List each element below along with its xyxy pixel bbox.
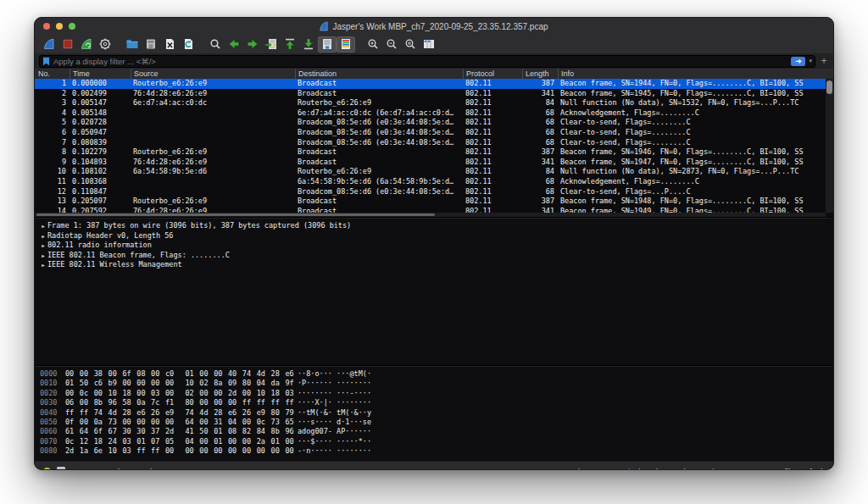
go-first-button[interactable] [281,36,299,53]
status-profile[interactable]: Profile: Default [772,467,825,471]
add-filter-button[interactable]: + [819,55,829,67]
display-filter-field[interactable]: ➜ ▾ [39,55,815,68]
hex-offset: 0060 [40,427,57,436]
packet-row[interactable]: 40.0051486e:d7:a4:ac:c0:dc (6e:d7:a4:ac:… [35,108,826,119]
hex-bytes[interactable]: 00 0c 00 10 18 00 03 00 02 00 00 2d 00 1… [65,389,294,398]
hex-ascii[interactable]: -·n····· ········ [298,446,371,456]
apply-filter-button[interactable]: ➜ [791,57,805,66]
display-filter-input[interactable] [53,57,787,66]
go-to-packet-button[interactable] [262,36,281,53]
zoom-in-button[interactable] [364,36,382,53]
hex-row[interactable]: 000000 00 38 00 6f 08 00 c0 01 00 00 40 … [35,369,833,379]
save-file-button[interactable] [142,36,160,53]
column-header-length[interactable]: Length [522,69,558,79]
detail-row[interactable]: ▶IEEE 802.11 Beacon frame, Flags: ......… [35,251,833,261]
cell-length: 84 [522,167,558,177]
packet-row[interactable]: 80.102279Routerbo_e6:26:e9Broadcast802.1… [35,147,826,158]
resize-columns-button[interactable] [420,36,438,53]
detail-row[interactable]: ▶Radiotap Header v0, Length 56 [35,231,833,241]
stop-capture-button[interactable] [58,36,77,53]
hex-bytes[interactable]: 2d 1a 6e 10 03 ff ff 00 00 00 00 00 00 0… [65,446,294,456]
go-forward-button[interactable] [243,36,262,53]
zoom-out-button[interactable] [382,36,401,53]
hex-ascii[interactable]: ·P······ ········ [298,379,371,388]
vertical-scrollbar[interactable] [826,79,833,213]
column-header-source[interactable]: Source [131,69,295,79]
hex-row[interactable]: 003006 00 8b 96 58 0a 7c f1 80 00 00 00 … [35,398,833,407]
hex-bytes[interactable]: 61 64 6f 67 30 30 37 2d 41 50 01 08 82 8… [65,427,294,436]
hex-bytes[interactable]: 0c 12 18 24 03 01 07 05 04 00 01 00 00 2… [65,437,294,446]
hex-row[interactable]: 001001 50 c6 b9 00 00 00 00 10 02 8a 09 … [35,379,833,388]
packet-row[interactable]: 70.080839Broadcom_08:5e:d6 (e0:3e:44:08:… [35,138,826,148]
column-header-info[interactable]: Info [558,69,833,79]
hex-ascii[interactable]: ····X·|· ········ [298,398,371,407]
column-header-protocol[interactable]: Protocol [463,69,522,79]
hex-ascii[interactable]: ··8·o··· ···@tM(· [298,369,371,379]
packet-row[interactable]: 20.00249976:4d:28:e6:26:e9Broadcast802.1… [35,89,826,99]
horizontal-scrollbar[interactable] [35,213,826,217]
column-header-destination[interactable]: Destination [295,69,463,79]
hex-ascii[interactable]: ··tM(·&· tM(·&··y [298,408,371,418]
packet-row[interactable]: 110.1083686a:54:58:9b:5e:d6 (6a:54:58:9b… [35,177,826,187]
hex-row[interactable]: 00500f 00 0a 73 00 00 00 00 64 00 31 04 … [35,418,833,427]
packet-row[interactable]: 90.10489376:4d:28:e6:26:e9Broadcast802.1… [35,158,826,168]
cell-info: Acknowledgement, Flags=........C [558,108,826,119]
packet-row[interactable]: 60.050947Broadcom_08:5e:d6 (e0:3e:44:08:… [35,128,826,138]
zoom-reset-button[interactable] [401,36,420,53]
expander-icon[interactable]: ▶ [39,260,47,270]
hex-ascii[interactable]: ···$···· ·····*·· [298,437,371,446]
expander-icon[interactable]: ▶ [39,251,47,261]
filter-dropdown-caret-icon[interactable]: ▾ [809,58,812,64]
reload-file-button[interactable] [179,36,198,53]
hex-row[interactable]: 00700c 12 18 24 03 01 07 05 04 00 01 00 … [35,437,833,446]
hex-bytes[interactable]: 06 00 8b 96 58 0a 7c f1 80 00 00 00 ff f… [65,398,294,407]
hex-bytes[interactable]: ff ff 74 4d 28 e6 26 e9 74 4d 28 e6 26 e… [65,408,294,418]
hex-ascii[interactable]: adog007- AP······ [298,427,371,436]
detail-row[interactable]: ▶IEEE 802.11 Wireless Management [35,260,833,270]
column-header-no[interactable]: No. [35,69,70,79]
auto-scroll-icon [320,37,334,51]
capture-comment-icon[interactable] [57,467,65,470]
hex-ascii[interactable]: ···s···· d·1···se [298,418,371,427]
go-first-icon [283,37,297,51]
colorize-packets-icon [339,37,353,51]
hex-row[interactable]: 006061 64 6f 67 30 30 37 2d 41 50 01 08 … [35,427,833,436]
colorize-packets-button[interactable] [337,36,355,53]
cell-time: 0.002499 [70,89,131,99]
expander-icon[interactable]: ▶ [39,221,47,231]
packet-row[interactable]: 10.000000Routerbo_e6:26:e9Broadcast802.1… [35,79,826,89]
hex-ascii[interactable]: ········ ···-···· [298,389,371,398]
start-capture-button[interactable] [40,36,58,53]
packet-row[interactable]: 130.205097Routerbo_e6:26:e9Broadcast802.… [35,197,826,207]
packet-row[interactable]: 50.020728Broadcom_08:5e:d6 (e0:3e:44:08:… [35,118,826,128]
go-last-button[interactable] [299,36,318,53]
hex-offset: 0070 [40,437,57,446]
packet-row[interactable]: 100.1081026a:54:58:9b:5e:d6Routerbo_e6:2… [35,167,826,177]
vertical-scrollbar-thumb[interactable] [826,80,832,94]
expander-icon[interactable]: ▶ [39,241,47,251]
expander-icon[interactable]: ▶ [39,231,47,241]
horizontal-scrollbar-thumb[interactable] [36,213,435,216]
find-packet-button[interactable] [206,36,225,53]
expert-info-icon[interactable] [43,468,51,471]
capture-options-button[interactable] [96,36,114,53]
hex-bytes[interactable]: 0f 00 0a 73 00 00 00 00 64 00 31 04 00 0… [65,418,294,427]
hex-bytes[interactable]: 00 00 38 00 6f 08 00 c0 01 00 00 40 74 4… [65,369,294,379]
detail-row[interactable]: ▶Frame 1: 387 bytes on wire (3096 bits),… [35,221,833,231]
packet-row[interactable]: 120.110847Broadcom_08:5e:d6 (e0:3e:44:08… [35,187,826,197]
open-file-button[interactable] [123,36,142,53]
filter-bookmark-icon[interactable] [42,57,50,66]
wireshark-window: Jasper's Work MBP_ch7_2020-09-25_23.35.1… [34,17,834,470]
close-file-button[interactable] [160,36,179,53]
restart-capture-button[interactable] [77,36,96,53]
column-header-time[interactable]: Time [70,69,131,79]
hex-row[interactable]: 00802d 1a 6e 10 03 ff ff 00 00 00 00 00 … [35,446,833,456]
detail-row[interactable]: ▶802.11 radio information [35,241,833,251]
go-back-button[interactable] [225,36,243,53]
packet-rows: 10.000000Routerbo_e6:26:e9Broadcast802.1… [35,79,826,216]
hex-row[interactable]: 002000 0c 00 10 18 00 03 00 02 00 00 2d … [35,389,833,398]
packet-row[interactable]: 30.0051476e:d7:a4:ac:c0:dcRouterbo_e6:26… [35,98,826,108]
hex-bytes[interactable]: 01 50 c6 b9 00 00 00 00 10 02 8a 09 80 0… [65,379,294,388]
auto-scroll-button[interactable] [318,36,337,53]
hex-row[interactable]: 0040ff ff 74 4d 28 e6 26 e9 74 4d 28 e6 … [35,408,833,418]
